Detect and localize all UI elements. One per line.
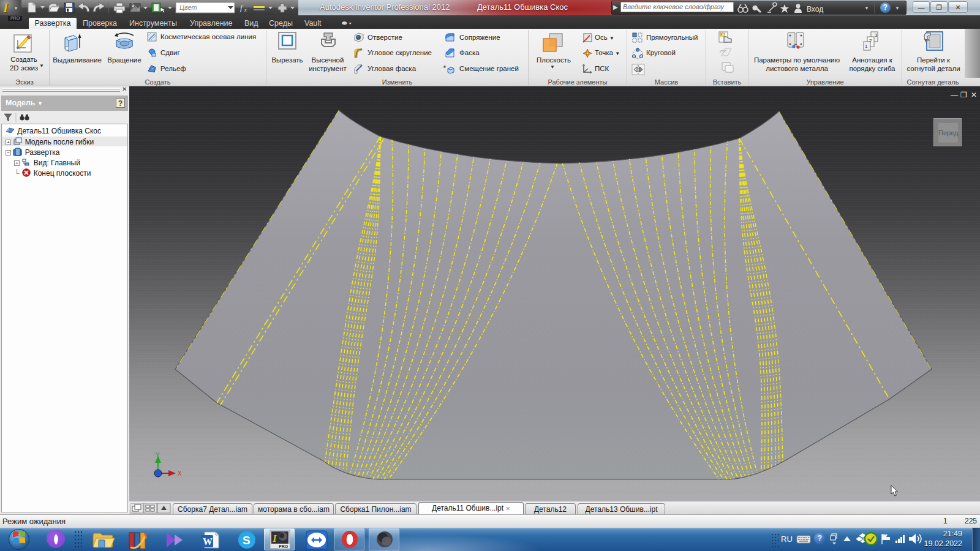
svg-text:f: f — [240, 3, 244, 12]
svg-text:Y: Y — [156, 452, 160, 459]
svg-text:3: 3 — [875, 32, 878, 38]
svg-text:x: x — [244, 7, 247, 13]
svg-text:Цвет: Цвет — [179, 4, 197, 11]
svg-text:W: W — [203, 536, 213, 547]
svg-text:X: X — [178, 470, 182, 477]
svg-text:1: 1 — [865, 43, 868, 49]
svg-text:S: S — [243, 534, 251, 547]
svg-text:2: 2 — [869, 38, 872, 43]
svg-text:Вход: Вход — [807, 5, 823, 13]
svg-text:PRO: PRO — [279, 544, 288, 549]
